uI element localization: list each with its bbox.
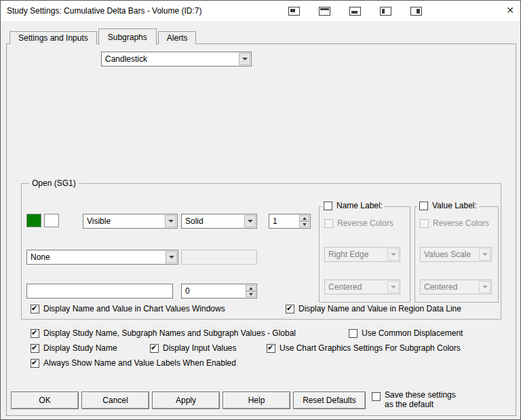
chevron-down-icon: [387, 248, 399, 261]
title-bar[interactable]: Study Settings: Cumulative Delta Bars - …: [1, 1, 520, 21]
chevron-down-icon: [479, 248, 490, 261]
use-common-displacement-checkbox[interactable]: Use Common Displacement: [349, 329, 463, 338]
tab-subgraphs[interactable]: Subgraphs: [98, 28, 157, 45]
name-label-checkbox[interactable]: Name Label:: [322, 202, 385, 210]
display-input-values-checkbox[interactable]: Display Input Values: [150, 344, 237, 353]
tab-strip: Settings and Inputs Subgraphs Alerts: [9, 28, 197, 44]
value-vertical-align-select: Centered: [420, 280, 492, 294]
help-button[interactable]: Help: [223, 392, 290, 409]
detach-window-icon[interactable]: [288, 7, 300, 16]
name-reverse-colors-checkbox: Reverse Colors: [324, 219, 393, 228]
ok-button[interactable]: OK: [11, 392, 79, 409]
dock-left-window-icon[interactable]: [380, 7, 391, 16]
tab-settings-and-inputs[interactable]: Settings and Inputs: [9, 31, 97, 44]
reset-defaults-button[interactable]: Reset Defaults: [293, 392, 366, 409]
display-name-value-chart-values-checkbox[interactable]: Display Name and Value in Chart Values W…: [31, 305, 225, 313]
checkbox-box[interactable]: [31, 359, 39, 368]
apply-button[interactable]: Apply: [152, 392, 220, 409]
draw-style-select[interactable]: Visible: [83, 214, 178, 229]
checkbox-box[interactable]: [419, 202, 428, 210]
checkbox-box[interactable]: [31, 344, 39, 353]
value-reverse-colors-checkbox: Reverse Colors: [420, 219, 489, 228]
save-default-label-line2: as the default: [385, 400, 456, 409]
name-horizontal-align-select: Right Edge: [324, 247, 400, 262]
display-global-checkbox[interactable]: Display Study Name, Subgraph Names and S…: [31, 329, 296, 338]
tab-alerts[interactable]: Alerts: [158, 31, 197, 44]
spin-down-icon[interactable]: [299, 221, 309, 227]
name-vertical-align-select: Centered: [324, 280, 400, 294]
chevron-down-icon: [479, 281, 490, 293]
displacement-stepper[interactable]: 0: [181, 284, 257, 299]
primary-color-swatch[interactable]: [26, 214, 41, 227]
display-study-name-checkbox[interactable]: Display Study Name: [31, 344, 117, 353]
dock-bottom-window-icon[interactable]: [349, 7, 361, 16]
window-titlebar-icon[interactable]: [319, 7, 330, 16]
checkbox-box[interactable]: [286, 305, 294, 313]
titlebar-tools: [288, 7, 422, 16]
close-icon[interactable]: ✕: [506, 5, 514, 15]
subgraph-settings-legend: Open (SG1): [29, 178, 79, 188]
display-name-value-region-data-line-checkbox[interactable]: Display Name and Value in Region Data Li…: [286, 305, 461, 313]
chevron-down-icon: [387, 281, 399, 293]
checkbox-box[interactable]: [267, 344, 275, 353]
secondary-color-swatch[interactable]: [44, 214, 59, 227]
use-chart-graphics-settings-checkbox[interactable]: Use Chart Graphics Settings For Subgraph…: [267, 344, 461, 353]
chevron-down-icon[interactable]: [239, 53, 250, 65]
line-style-select[interactable]: Solid: [181, 214, 257, 229]
checkbox-box[interactable]: [372, 392, 381, 401]
spin-up-icon[interactable]: [299, 215, 309, 221]
spin-up-icon[interactable]: [246, 285, 256, 291]
graph-draw-type-value: Candlestick: [105, 54, 147, 64]
checkbox-box: [420, 219, 429, 228]
checkbox-box[interactable]: [31, 305, 39, 313]
window-title: Study Settings: Cumulative Delta Bars - …: [7, 6, 201, 16]
checkbox-box[interactable]: [31, 329, 39, 338]
graph-draw-type-select[interactable]: Candlestick: [101, 52, 252, 66]
width-size-stepper[interactable]: 1: [269, 214, 311, 229]
checkbox-box[interactable]: [150, 344, 159, 353]
save-default-label-line1: Save these settings: [385, 390, 456, 400]
always-show-labels-checkbox[interactable]: Always Show Name and Value Labels When E…: [31, 359, 236, 368]
cancel-button[interactable]: Cancel: [81, 392, 149, 409]
value-label-checkbox[interactable]: Value Label:: [417, 202, 479, 210]
chevron-down-icon[interactable]: [244, 215, 256, 227]
auto-coloring-select[interactable]: None: [26, 250, 178, 265]
value-horizontal-align-select: Values Scale: [420, 247, 492, 262]
spin-down-icon[interactable]: [246, 291, 256, 297]
checkbox-box[interactable]: [349, 329, 358, 338]
chevron-down-icon[interactable]: [166, 251, 177, 263]
text-to-draw-input: [181, 250, 257, 265]
checkbox-box[interactable]: [324, 202, 332, 210]
study-settings-dialog: Study Settings: Cumulative Delta Bars - …: [0, 0, 521, 420]
dock-right-window-icon[interactable]: [410, 7, 422, 16]
chevron-down-icon[interactable]: [165, 215, 176, 227]
short-name-input[interactable]: [26, 284, 173, 299]
checkbox-box: [324, 219, 333, 228]
save-as-default-checkbox[interactable]: Save these settings as the default: [372, 390, 456, 409]
